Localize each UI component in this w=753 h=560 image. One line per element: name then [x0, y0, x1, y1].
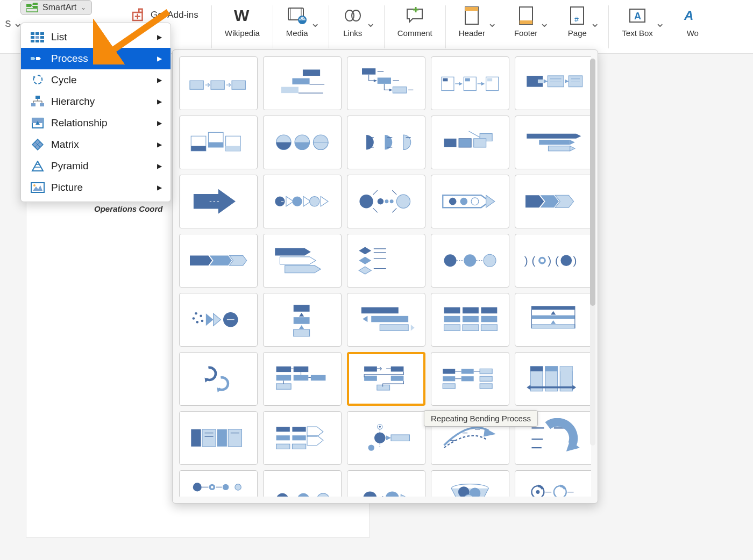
menu-item-picture[interactable]: Picture ▶ [21, 177, 171, 198]
smartart-thumbnail[interactable] [263, 293, 342, 347]
smartart-thumbnail[interactable] [431, 56, 509, 110]
svg-point-264 [317, 493, 330, 497]
comment-button[interactable]: Comment [393, 3, 437, 40]
svg-text:#: # [574, 15, 579, 24]
smartart-thumbnail[interactable] [347, 352, 425, 406]
smartart-thumbnail[interactable] [431, 234, 509, 288]
smartart-thumbnail[interactable] [431, 470, 509, 497]
links-icon [342, 5, 364, 26]
smartart-thumbnail[interactable]: + [347, 470, 425, 497]
wordart-button[interactable]: A Wo [678, 3, 708, 40]
smartart-thumbnail[interactable] [431, 116, 509, 169]
smartart-thumbnail[interactable] [515, 56, 591, 110]
smartart-thumbnail[interactable] [515, 293, 591, 347]
svg-rect-69 [362, 68, 375, 74]
smartart-thumbnail[interactable] [431, 293, 509, 347]
svg-text:): ) [548, 254, 552, 267]
svg-line-126 [392, 190, 396, 195]
smartart-thumbnail[interactable] [515, 470, 591, 497]
svg-point-12 [352, 10, 360, 21]
menu-item-list[interactable]: List ▶ [21, 26, 171, 48]
media-button[interactable]: Media [282, 3, 312, 40]
svg-point-148 [195, 312, 197, 315]
smartart-thumbnail[interactable] [347, 411, 425, 465]
scrollbar-thumb[interactable] [590, 59, 595, 306]
smartart-button-label: SmartArt [42, 3, 76, 12]
pyramid-icon [30, 160, 46, 173]
smartart-thumbnail[interactable]: )()() [515, 234, 591, 288]
smartart-thumbnail[interactable] [179, 234, 258, 288]
links-dropdown-arrow[interactable]: ⌄ [366, 3, 375, 30]
wordart-icon: A [682, 5, 704, 26]
smartart-thumbnail[interactable] [263, 116, 342, 169]
svg-rect-205 [461, 369, 474, 374]
media-dropdown-arrow[interactable]: ⌄ [310, 3, 320, 30]
submenu-arrow-icon: ▶ [157, 141, 162, 148]
smartart-thumbnail[interactable] [263, 175, 342, 228]
header-dropdown-arrow[interactable]: ⌄ [487, 3, 497, 30]
svg-point-253 [235, 484, 241, 490]
page-number-button[interactable]: # Page [562, 3, 592, 40]
smartart-category-menu: List ▶ Process ▶ Cycle ▶ Hierarchy ▶ Rel… [20, 23, 171, 202]
menu-item-hierarchy[interactable]: Hierarchy ▶ [21, 91, 171, 112]
svg-rect-24 [26, 4, 31, 7]
get-addins-label: Get Add-ins [151, 10, 198, 20]
menu-item-matrix[interactable]: Matrix ▶ [21, 134, 171, 155]
text-box-dropdown-arrow[interactable]: ⌄ [655, 3, 665, 30]
svg-rect-206 [461, 376, 474, 381]
svg-rect-159 [294, 329, 310, 336]
svg-rect-176 [532, 315, 575, 319]
svg-rect-36 [31, 40, 34, 42]
svg-point-240 [368, 445, 374, 451]
svg-point-249 [193, 483, 202, 492]
smartart-thumbnail[interactable] [179, 175, 258, 228]
menu-item-cycle[interactable]: Cycle ▶ [21, 69, 171, 91]
svg-point-137 [464, 255, 477, 267]
smartart-thumbnail[interactable] [179, 411, 258, 465]
smartart-thumbnail[interactable] [263, 56, 342, 110]
svg-marker-175 [551, 311, 556, 315]
menu-item-label: Picture [51, 182, 83, 193]
smartart-thumbnail[interactable] [263, 411, 342, 465]
smartart-thumbnail[interactable] [347, 175, 425, 228]
smartart-thumbnail[interactable] [179, 116, 258, 169]
smartart-thumbnail[interactable] [515, 116, 591, 169]
smartart-thumbnail[interactable] [347, 56, 425, 110]
smartart-thumbnail[interactable] [179, 470, 258, 497]
links-button[interactable]: Links [338, 3, 368, 40]
menu-item-label: List [51, 31, 67, 43]
scrollbar[interactable] [590, 59, 595, 446]
menu-item-process[interactable]: Process ▶ [21, 48, 171, 69]
smartart-thumbnail[interactable] [263, 234, 342, 288]
svg-rect-72 [378, 78, 391, 84]
menu-item-pyramid[interactable]: Pyramid ▶ [21, 155, 171, 177]
header-button[interactable]: Header [454, 3, 489, 40]
smartart-thumbnail[interactable] [347, 293, 425, 347]
page-dropdown-arrow[interactable]: ⌄ [590, 3, 600, 30]
svg-rect-63 [232, 81, 245, 89]
smartart-thumbnail[interactable] [347, 116, 425, 169]
smartart-thumbnail[interactable] [431, 175, 509, 228]
svg-rect-18 [520, 20, 532, 24]
smartart-thumbnail[interactable] [179, 293, 258, 347]
smartart-thumbnail[interactable]: += [263, 470, 342, 497]
menu-item-relationship[interactable]: Relationship ▶ [21, 112, 171, 134]
smartart-thumbnail[interactable] [431, 352, 509, 406]
wikipedia-button[interactable]: W Wikipedia [221, 3, 264, 40]
svg-rect-40 [35, 96, 40, 99]
smartart-thumbnail[interactable] [515, 352, 591, 406]
smartart-thumbnail[interactable] [347, 234, 425, 288]
smartart-dropdown-button[interactable]: SmartArt ⌄ [20, 0, 92, 15]
submenu-arrow-icon: ▶ [157, 162, 162, 170]
svg-rect-157 [294, 317, 310, 324]
smartart-thumbnail[interactable] [263, 352, 342, 406]
footer-button[interactable]: Footer [510, 3, 542, 40]
smartart-thumbnail[interactable] [179, 352, 258, 406]
svg-rect-81 [465, 78, 470, 82]
text-box-button[interactable]: A Text Box [617, 3, 657, 40]
svg-line-127 [392, 209, 396, 213]
smartart-thumbnail[interactable] [179, 56, 258, 110]
footer-dropdown-arrow[interactable]: ⌄ [539, 3, 549, 30]
submenu-arrow-icon: ▶ [157, 184, 162, 191]
smartart-thumbnail[interactable] [515, 175, 591, 228]
